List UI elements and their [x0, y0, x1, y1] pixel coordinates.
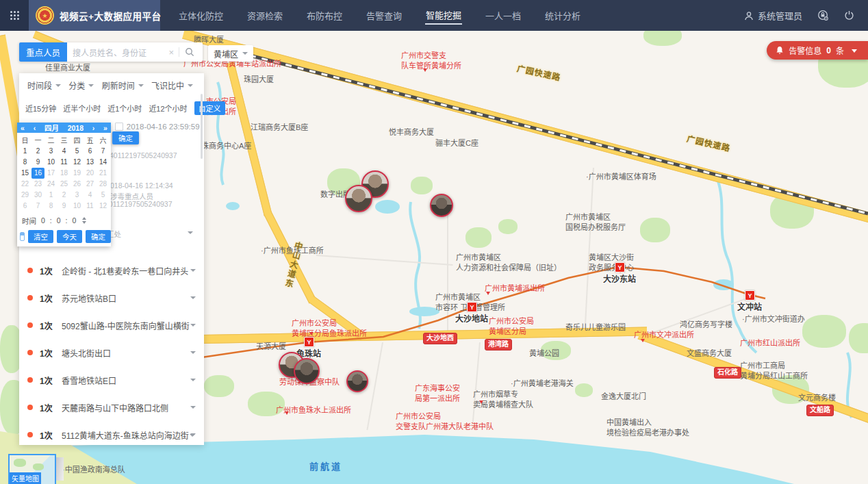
- calendar-day[interactable]: 7: [97, 146, 110, 157]
- time-stepper[interactable]: [82, 215, 86, 226]
- chevron-down-icon[interactable]: [190, 406, 196, 411]
- search-input[interactable]: 搜人员姓名、身份证 ×: [67, 42, 203, 62]
- prev-year-button[interactable]: «: [21, 124, 25, 132]
- person-marker[interactable]: [346, 370, 368, 392]
- filter-dropdown[interactable]: 时间段: [27, 79, 61, 91]
- calendar-day[interactable]: 5: [71, 146, 84, 157]
- calendar-day[interactable]: 28: [97, 179, 110, 190]
- user-menu[interactable]: 系统管理员: [744, 9, 802, 22]
- location-list-item[interactable]: 1次 天麓南路与山下中路路口北侧: [19, 394, 204, 421]
- calendar-day[interactable]: 2: [31, 146, 44, 157]
- nav-menu-item[interactable]: 立体化防控: [178, 7, 224, 24]
- location-list-item[interactable]: 1次 5112黄埔大道东-鱼珠总站向海边街（全）: [19, 421, 204, 448]
- clear-button[interactable]: 清空: [28, 230, 53, 243]
- location-list-item[interactable]: 1次 塘头北街出口: [19, 339, 204, 366]
- apps-grid-button[interactable]: [0, 0, 29, 31]
- calendar-day[interactable]: 5: [97, 190, 110, 201]
- calendar-day[interactable]: 9: [58, 201, 71, 212]
- step-down-icon[interactable]: [82, 221, 86, 226]
- calendar-checkbox-icon[interactable]: [115, 123, 123, 131]
- calendar-day[interactable]: 14: [97, 157, 110, 168]
- nav-menu-item[interactable]: 告警查询: [366, 7, 403, 24]
- calendar-day[interactable]: 11: [84, 201, 97, 212]
- calendar-day[interactable]: 11: [58, 157, 71, 168]
- calendar-day[interactable]: 27: [84, 179, 97, 190]
- calendar-day[interactable]: 10: [71, 201, 84, 212]
- security-settings-button[interactable]: [817, 10, 829, 21]
- filter-dropdown[interactable]: 飞识比中: [151, 79, 193, 91]
- calendar-icon-button[interactable]: [20, 232, 25, 241]
- location-list-item[interactable]: 1次 香雪地铁站E口: [19, 366, 204, 394]
- time-second[interactable]: 0: [73, 216, 77, 225]
- ok-button[interactable]: 确定: [86, 230, 111, 243]
- calendar-day[interactable]: 13: [84, 157, 97, 168]
- calendar-day[interactable]: 26: [71, 179, 84, 190]
- calendar-day[interactable]: 12: [71, 157, 84, 168]
- location-list-item[interactable]: 1次 苏元地铁站B口: [19, 284, 204, 311]
- calendar-day[interactable]: 24: [44, 179, 58, 190]
- nav-menu-item[interactable]: 布防布控: [306, 7, 343, 24]
- search-button[interactable]: [179, 47, 197, 57]
- metro-station[interactable]: Y 文冲站: [745, 290, 755, 301]
- calendar-day[interactable]: 17: [44, 168, 58, 179]
- calendar-day[interactable]: 6: [18, 201, 31, 212]
- metro-station[interactable]: Y 鱼珠站: [304, 337, 314, 347]
- filter-dropdown[interactable]: 分类: [68, 79, 94, 91]
- calendar-day[interactable]: 4: [84, 190, 97, 201]
- confirm-button[interactable]: 确定: [112, 131, 139, 144]
- calendar-day[interactable]: 2: [58, 190, 71, 201]
- location-list-item[interactable]: 1次 企岭街 - 北1巷麦岭东一巷口向井头: [19, 257, 204, 284]
- chevron-down-icon[interactable]: [190, 324, 196, 329]
- calendar-day[interactable]: 10: [44, 157, 58, 168]
- calendar-day[interactable]: 19: [71, 168, 84, 179]
- next-month-button[interactable]: ›: [92, 124, 95, 132]
- calendar-day[interactable]: 22: [18, 179, 31, 190]
- metro-station[interactable]: Y 大沙地站: [467, 302, 477, 312]
- key-person-tab[interactable]: 重点人员: [19, 42, 67, 62]
- calendar-day[interactable]: 6: [84, 146, 97, 157]
- person-marker[interactable]: [430, 194, 453, 217]
- custom-time-button[interactable]: 自定义: [194, 101, 225, 115]
- chevron-down-icon[interactable]: [190, 269, 196, 275]
- calendar-day[interactable]: 1: [18, 146, 31, 157]
- calendar-day[interactable]: 7: [31, 201, 44, 212]
- calendar-day[interactable]: 21: [97, 168, 110, 179]
- logout-button[interactable]: [844, 10, 854, 21]
- clear-icon[interactable]: ×: [164, 47, 179, 58]
- calendar-month[interactable]: 四月: [44, 123, 59, 133]
- next-year-button[interactable]: »: [103, 124, 107, 132]
- nav-menu-item[interactable]: 资源检索: [246, 7, 283, 24]
- panel-scrollbar[interactable]: [201, 94, 203, 159]
- calendar-day[interactable]: 30: [31, 190, 44, 201]
- chevron-down-icon[interactable]: [190, 296, 196, 302]
- calendar-day[interactable]: 20: [84, 168, 97, 179]
- nav-menu-item[interactable]: 智能挖掘: [425, 6, 462, 25]
- nav-menu-item[interactable]: 一人一档: [485, 7, 522, 24]
- time-hour[interactable]: 0: [41, 216, 45, 225]
- minimap[interactable]: 矢量地图: [8, 454, 56, 484]
- calendar-day[interactable]: 9: [31, 157, 44, 168]
- calendar-day[interactable]: 3: [71, 190, 84, 201]
- calendar-day[interactable]: 3: [44, 146, 58, 157]
- chevron-down-icon[interactable]: [190, 379, 196, 384]
- quick-time-option[interactable]: 近12个小时: [149, 103, 187, 114]
- quick-time-option[interactable]: 近1个小时: [107, 103, 142, 114]
- scroll-more-icon[interactable]: [190, 434, 195, 440]
- person-marker[interactable]: [294, 358, 320, 384]
- alert-banner[interactable]: 告警信息 0 条: [767, 41, 868, 60]
- prev-month-button[interactable]: ‹: [34, 124, 36, 132]
- calendar-day[interactable]: 23: [31, 179, 44, 190]
- calendar-day[interactable]: 16: [31, 168, 44, 179]
- nav-menu-item[interactable]: 统计分析: [544, 7, 581, 24]
- calendar-day[interactable]: 29: [18, 190, 31, 201]
- quick-time-option[interactable]: 近15分钟: [25, 103, 56, 114]
- calendar-day[interactable]: 18: [58, 168, 71, 179]
- filter-dropdown[interactable]: 刷新时间: [102, 79, 144, 91]
- person-marker[interactable]: [345, 185, 372, 212]
- step-up-icon[interactable]: [82, 215, 86, 220]
- calendar-day[interactable]: 12: [97, 201, 110, 212]
- calendar-day[interactable]: 1: [44, 190, 58, 201]
- district-dropdown[interactable]: 黄埔区: [208, 45, 253, 62]
- chevron-down-icon[interactable]: [190, 351, 196, 357]
- today-button[interactable]: 今天: [57, 230, 82, 243]
